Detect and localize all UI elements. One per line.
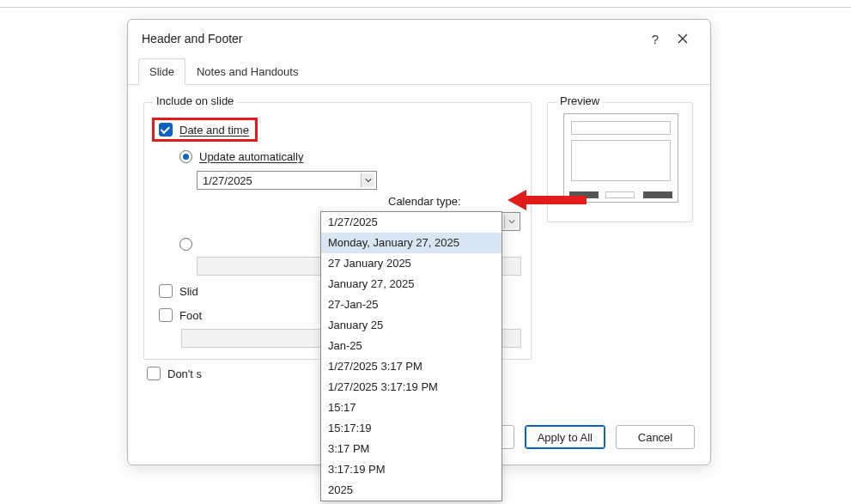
fixed-row[interactable] <box>179 238 192 251</box>
slide-number-checkbox[interactable] <box>159 284 173 298</box>
preview-label: Preview <box>556 94 603 107</box>
date-format-option[interactable]: 1/27/2025 3:17:19 PM <box>321 377 501 398</box>
titlebar: Header and Footer ? <box>128 20 710 58</box>
slide-number-row[interactable]: Slid <box>159 284 198 298</box>
date-time-row[interactable]: Date and time <box>159 123 249 137</box>
annotation-arrow-icon <box>508 187 587 213</box>
apply-to-all-button[interactable]: Apply to All <box>525 425 605 449</box>
calendar-type-label: Calendar type: <box>388 195 461 208</box>
slide-number-label: Slid <box>179 285 198 298</box>
date-format-option[interactable]: 1/27/2025 3:17 PM <box>321 356 501 377</box>
dont-show-title-label: Don't s <box>167 367 202 380</box>
svg-marker-0 <box>508 190 587 210</box>
include-on-slide-label: Include on slide <box>153 94 237 107</box>
page-divider <box>0 7 851 8</box>
date-format-option[interactable]: Jan-25 <box>321 336 501 356</box>
date-format-option[interactable]: 27-Jan-25 <box>321 295 501 315</box>
footer-row[interactable]: Foot <box>159 308 202 322</box>
footer-label: Foot <box>179 309 202 322</box>
dialog-body: Include on slide Date and time Update au… <box>128 85 710 112</box>
date-format-option[interactable]: Monday, January 27, 2025 <box>321 233 501 253</box>
date-format-combo[interactable]: 1/27/2025 <box>197 171 377 190</box>
date-format-option[interactable]: January 27, 2025 <box>321 274 501 295</box>
dont-show-title-checkbox[interactable] <box>147 367 161 380</box>
cancel-button[interactable]: Cancel <box>616 425 695 449</box>
footer-checkbox[interactable] <box>159 308 173 322</box>
dialog-title: Header and Footer <box>142 32 243 46</box>
close-icon[interactable] <box>669 25 696 52</box>
date-format-selected: 1/27/2025 <box>203 174 252 187</box>
tab-strip: Slide Notes and Handouts <box>128 58 710 85</box>
update-auto-row[interactable]: Update automatically <box>179 150 303 163</box>
help-icon[interactable]: ? <box>641 25 669 52</box>
date-format-option[interactable]: January 25 <box>321 315 501 336</box>
date-time-label: Date and time <box>179 124 249 137</box>
date-format-option[interactable]: 3:17 PM <box>321 439 501 459</box>
date-format-option[interactable]: 3:17:19 PM <box>321 459 501 480</box>
date-format-option[interactable]: 15:17:19 <box>321 418 501 439</box>
date-format-option[interactable]: 15:17 <box>321 398 501 418</box>
tab-slide[interactable]: Slide <box>138 58 185 85</box>
tab-notes-handouts[interactable]: Notes and Handouts <box>185 58 310 85</box>
date-format-dropdown[interactable]: 1/27/2025 Monday, January 27, 2025 27 Ja… <box>320 211 502 501</box>
chevron-down-icon[interactable] <box>504 215 518 228</box>
date-format-option[interactable]: 27 January 2025 <box>321 253 501 274</box>
update-auto-radio[interactable] <box>179 150 192 163</box>
date-time-checkbox[interactable] <box>159 123 173 137</box>
chevron-down-icon[interactable] <box>361 173 374 187</box>
dont-show-title-row[interactable]: Don't s <box>147 367 202 380</box>
date-format-option[interactable]: 1/27/2025 <box>321 212 501 233</box>
date-format-option[interactable]: 2025 <box>321 480 501 501</box>
header-footer-dialog: Header and Footer ? Slide Notes and Hand… <box>127 19 711 465</box>
update-auto-label: Update automatically <box>199 150 303 163</box>
fixed-radio[interactable] <box>179 238 192 251</box>
